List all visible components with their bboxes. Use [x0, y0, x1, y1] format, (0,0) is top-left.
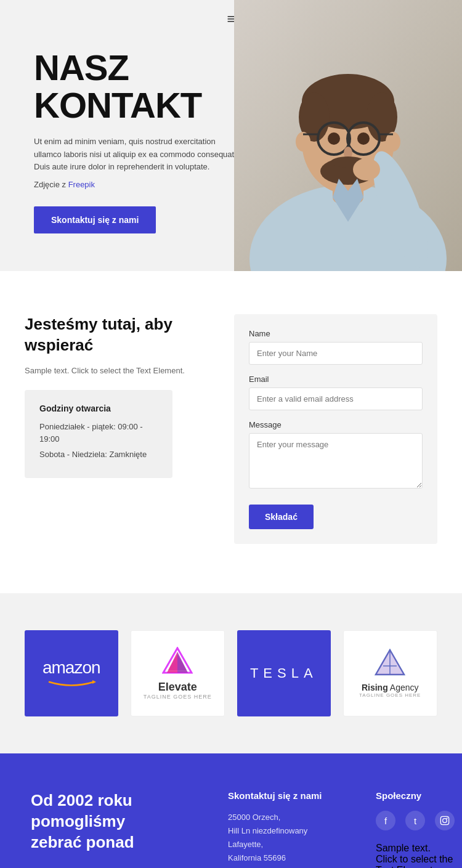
- footer-top: Od 2002 roku pomogliśmy zebrać ponad Adr…: [0, 753, 462, 868]
- hero-person-illustration: [234, 0, 462, 271]
- contact-subtext: Sample text. Click to select the Text El…: [25, 365, 209, 377]
- rising-name: Rising Agency: [359, 683, 421, 692]
- email-label: Email: [249, 375, 423, 384]
- instagram-svg: [440, 816, 450, 825]
- name-input[interactable]: [249, 342, 423, 365]
- name-label: Name: [249, 329, 423, 338]
- svg-point-33: [443, 819, 447, 823]
- submit-button[interactable]: Składać: [249, 505, 314, 529]
- footer-address: 25000 Orzech,Hill Ln niezdefinowanyLafay…: [228, 811, 351, 865]
- name-field-group: Name: [249, 329, 423, 365]
- svg-marker-23: [92, 680, 96, 684]
- amazon-logo-content: amazon: [43, 658, 100, 689]
- rising-tagline: TAGLINE GOES HERE: [359, 692, 421, 698]
- hero-content: NASZ KONTAKT Ut enim ad minim veniam, qu…: [34, 49, 243, 233]
- svg-point-16: [357, 132, 370, 145]
- hours-line1: Poniedziałek - piątek: 09:00 - 19:00: [39, 421, 158, 445]
- facebook-icon[interactable]: f: [376, 811, 395, 830]
- footer-col2: Skontaktuj się z nami 25000 Orzech,Hill …: [228, 790, 351, 868]
- svg-point-22: [353, 158, 380, 180]
- elevate-tagline: TAGLINE GOES HERE: [144, 694, 212, 700]
- amazon-text: amazon: [43, 658, 100, 678]
- footer-col3: Społeczny f t Sample text. Click to sele…: [376, 790, 455, 868]
- logo-tesla: TESLA: [237, 630, 331, 716]
- hours-box: Godziny otwarcia Poniedziałek - piątek: …: [25, 390, 172, 478]
- amazon-arrow-icon: [47, 678, 96, 686]
- hero-section: ≡ NASZ KONTAKT Ut enim ad minim veniam, …: [0, 0, 462, 271]
- hours-line2: Sobota - Niedziela: Zamknięte: [39, 448, 158, 461]
- message-label: Message: [249, 420, 423, 429]
- tesla-text: TESLA: [250, 665, 318, 681]
- hero-photo-credit: Zdjęcie z Freepik: [34, 180, 243, 189]
- logos-section: amazon Elevate TAGLINE GOES HE: [0, 593, 462, 753]
- twitter-icon[interactable]: t: [405, 811, 425, 830]
- logo-amazon: amazon: [25, 630, 118, 716]
- svg-point-15: [328, 132, 340, 145]
- email-input[interactable]: [249, 387, 423, 410]
- footer-heading: Od 2002 roku pomogliśmy zebrać ponad: [31, 790, 203, 853]
- svg-point-34: [447, 817, 448, 819]
- rising-logo-content: Rising Agency TAGLINE GOES HERE: [359, 649, 421, 698]
- footer-col3-heading: Społeczny: [376, 790, 455, 801]
- freepik-link[interactable]: Freepik: [68, 180, 95, 189]
- contact-heading: Jesteśmy tutaj, aby wspierać: [25, 314, 209, 356]
- hero-image: [234, 0, 462, 271]
- elevate-logo-icon: [162, 647, 193, 675]
- footer-col2-heading: Skontaktuj się z nami: [228, 790, 351, 801]
- footer-col1: Od 2002 roku pomogliśmy zebrać ponad Adr…: [31, 790, 203, 868]
- logos-grid: amazon Elevate TAGLINE GOES HE: [25, 630, 437, 716]
- contact-form-panel: Name Email Message Składać: [234, 314, 437, 544]
- instagram-icon[interactable]: [435, 811, 455, 830]
- hero-cta-button[interactable]: Skontaktuj się z nami: [34, 206, 156, 233]
- elevate-logo-content: Elevate TAGLINE GOES HERE: [144, 647, 212, 700]
- elevate-name: Elevate: [144, 681, 212, 694]
- hero-description: Ut enim ad minim veniam, quis nostrud ex…: [34, 136, 243, 174]
- hours-title: Godziny otwarcia: [39, 404, 158, 413]
- contact-left-col: Jesteśmy tutaj, aby wspierać Sample text…: [25, 314, 209, 478]
- message-textarea[interactable]: [249, 433, 423, 489]
- logo-elevate: Elevate TAGLINE GOES HERE: [131, 630, 225, 716]
- contact-section: Jesteśmy tutaj, aby wspierać Sample text…: [0, 271, 462, 593]
- logo-rising: Rising Agency TAGLINE GOES HERE: [343, 630, 438, 716]
- message-field-group: Message: [249, 420, 423, 491]
- email-field-group: Email: [249, 375, 423, 410]
- hero-title: NASZ KONTAKT: [34, 49, 243, 124]
- svg-rect-32: [440, 816, 448, 824]
- social-icons-group: f t: [376, 811, 455, 830]
- rising-logo-icon: [375, 649, 405, 676]
- footer-col3-sample-text: Sample text. Click to select the Text El…: [376, 843, 455, 868]
